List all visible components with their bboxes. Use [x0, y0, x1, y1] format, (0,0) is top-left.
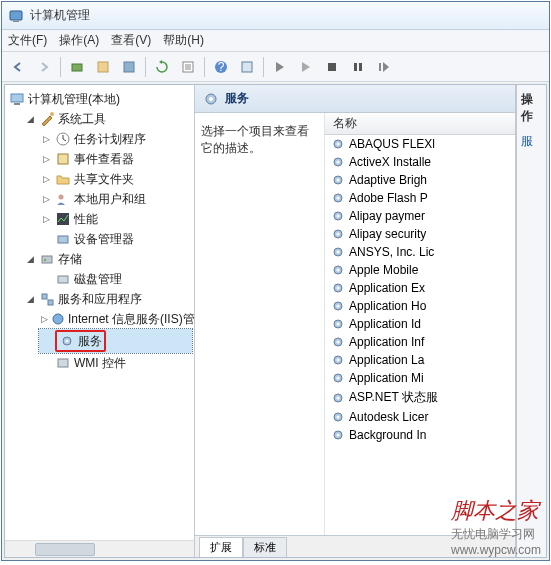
column-header-name[interactable]: 名称	[325, 113, 515, 135]
svg-rect-28	[48, 300, 53, 305]
service-name: Application Ex	[349, 281, 425, 295]
titlebar[interactable]: 计算机管理	[2, 2, 549, 30]
service-item[interactable]: Alipay security	[325, 225, 515, 243]
service-name: Adaptive Brigh	[349, 173, 427, 187]
service-item[interactable]: Application Inf	[325, 333, 515, 351]
restart-button[interactable]	[372, 55, 396, 79]
menu-help[interactable]: 帮助(H)	[163, 32, 204, 49]
tab-extended[interactable]: 扩展	[199, 537, 243, 557]
clock-icon	[55, 131, 71, 147]
svg-rect-27	[42, 294, 47, 299]
tree-local-users[interactable]: ▷本地用户和组	[39, 189, 192, 209]
svg-point-52	[337, 287, 340, 290]
svg-point-58	[337, 341, 340, 344]
prop-sheet-button[interactable]	[235, 55, 259, 79]
stop-button[interactable]	[65, 55, 89, 79]
back-button[interactable]	[6, 55, 30, 79]
expand-icon[interactable]: ▷	[41, 174, 52, 185]
collapse-icon[interactable]: ◢	[25, 114, 36, 125]
service-item[interactable]: Background In	[325, 426, 515, 444]
svg-point-42	[337, 197, 340, 200]
tree-panel: 计算机管理(本地) ◢ 系统工具 ▷任务计划程序 ▷事件查看器	[5, 85, 195, 557]
svg-point-54	[337, 305, 340, 308]
svg-rect-16	[11, 94, 23, 102]
service-name: Background In	[349, 428, 426, 442]
play2-button[interactable]	[294, 55, 318, 79]
service-item[interactable]: Application Ho	[325, 297, 515, 315]
menubar: 文件(F) 操作(A) 查看(V) 帮助(H)	[2, 30, 549, 52]
service-item[interactable]: ASP.NET 状态服	[325, 387, 515, 408]
expand-icon[interactable]: ▷	[41, 214, 52, 225]
svg-rect-4	[124, 62, 134, 72]
tree-task-scheduler[interactable]: ▷任务计划程序	[39, 129, 192, 149]
svg-rect-20	[58, 154, 68, 164]
menu-view[interactable]: 查看(V)	[111, 32, 151, 49]
app-icon	[8, 8, 24, 24]
svg-point-38	[337, 161, 340, 164]
service-item[interactable]: ActiveX Installe	[325, 153, 515, 171]
service-item[interactable]: Adaptive Brigh	[325, 171, 515, 189]
tree-wmi[interactable]: WMI 控件	[39, 353, 192, 373]
toolbar: ?	[2, 52, 549, 82]
refresh-button[interactable]	[150, 55, 174, 79]
service-name: ActiveX Installe	[349, 155, 431, 169]
tree-device-manager[interactable]: 设备管理器	[39, 229, 192, 249]
services-list-body[interactable]: ABAQUS FLEXlActiveX InstalleAdaptive Bri…	[325, 135, 515, 535]
middle-panel: 服务 选择一个项目来查看它的描述。 名称 ABAQUS FLEXlActiveX…	[195, 85, 516, 557]
tree-performance[interactable]: ▷性能	[39, 209, 192, 229]
expand-icon[interactable]: ▷	[41, 134, 52, 145]
service-item[interactable]: ANSYS, Inc. Lic	[325, 243, 515, 261]
collapse-icon[interactable]: ◢	[25, 254, 36, 265]
collapse-icon[interactable]: ◢	[25, 294, 36, 305]
properties-button[interactable]	[91, 55, 115, 79]
tree-system-tools[interactable]: ◢ 系统工具	[23, 109, 192, 129]
service-item[interactable]: Adobe Flash P	[325, 189, 515, 207]
service-name: Alipay paymer	[349, 209, 425, 223]
tab-standard[interactable]: 标准	[243, 537, 287, 557]
expand-icon[interactable]: ▷	[41, 194, 52, 205]
service-item[interactable]: Application Id	[325, 315, 515, 333]
tree-root[interactable]: 计算机管理(本地)	[7, 89, 192, 109]
help-button[interactable]: ?	[209, 55, 233, 79]
service-item[interactable]: ABAQUS FLEXl	[325, 135, 515, 153]
service-item[interactable]: Apple Mobile	[325, 261, 515, 279]
menu-action[interactable]: 操作(A)	[59, 32, 99, 49]
service-item[interactable]: Autodesk Licer	[325, 408, 515, 426]
export-button[interactable]	[117, 55, 141, 79]
service-item[interactable]: Alipay paymer	[325, 207, 515, 225]
gear-icon	[331, 335, 345, 349]
tree-iis[interactable]: ▷Internet 信息服务(IIS)管	[39, 309, 192, 329]
service-item[interactable]: Application Mi	[325, 369, 515, 387]
tree-storage[interactable]: ◢ 存储	[23, 249, 192, 269]
export-list-button[interactable]	[176, 55, 200, 79]
stop2-button[interactable]	[320, 55, 344, 79]
forward-button[interactable]	[32, 55, 56, 79]
tree-shared-folders[interactable]: ▷共享文件夹	[39, 169, 192, 189]
expand-icon[interactable]: ▷	[41, 314, 48, 325]
app-window: 计算机管理 文件(F) 操作(A) 查看(V) 帮助(H) ?	[1, 1, 550, 561]
service-item[interactable]: Application La	[325, 351, 515, 369]
svg-text:?: ?	[218, 60, 225, 74]
tree-services-apps[interactable]: ◢ 服务和应用程序	[23, 289, 192, 309]
service-item[interactable]: Application Ex	[325, 279, 515, 297]
gear-icon	[331, 299, 345, 313]
gear-icon	[331, 428, 345, 442]
pause-button[interactable]	[346, 55, 370, 79]
svg-point-18	[50, 112, 54, 116]
tree-services[interactable]: 服务	[39, 329, 192, 353]
actions-services[interactable]: 服	[521, 133, 542, 150]
tree-scrollbar[interactable]	[5, 540, 194, 557]
device-icon	[55, 231, 71, 247]
tree-event-viewer[interactable]: ▷事件查看器	[39, 149, 192, 169]
svg-point-64	[337, 396, 340, 399]
gear-icon	[331, 281, 345, 295]
tree-disk-management[interactable]: 磁盘管理	[39, 269, 192, 289]
svg-rect-26	[58, 276, 68, 283]
menu-file[interactable]: 文件(F)	[8, 32, 47, 49]
middle-header: 服务	[195, 85, 515, 113]
play-button[interactable]	[268, 55, 292, 79]
expand-icon[interactable]: ▷	[41, 154, 52, 165]
service-name: Application La	[349, 353, 424, 367]
svg-point-50	[337, 269, 340, 272]
svg-point-44	[337, 215, 340, 218]
